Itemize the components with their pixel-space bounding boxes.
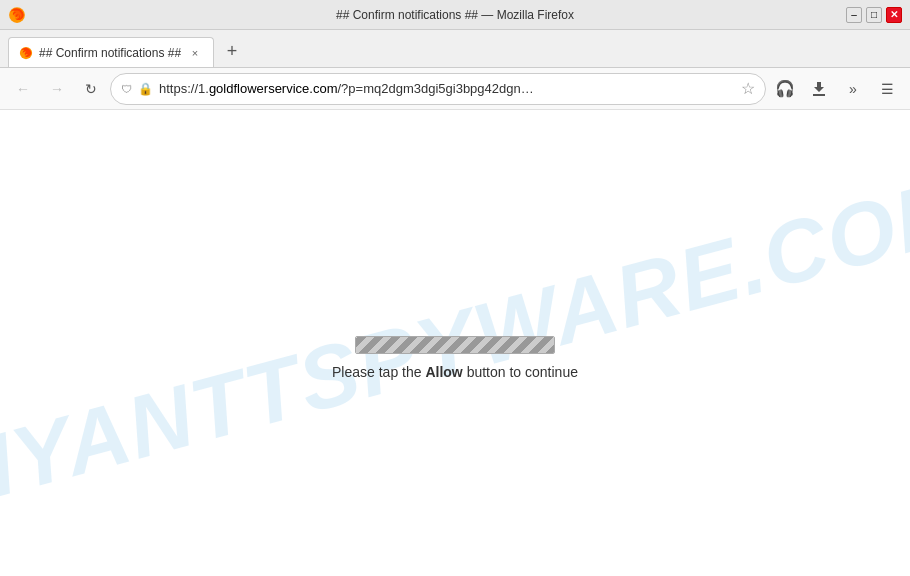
tabbar: ## Confirm notifications ## × + (0, 30, 910, 68)
window-controls: – □ ✕ (846, 7, 902, 23)
active-tab[interactable]: ## Confirm notifications ## × (8, 37, 214, 67)
new-tab-button[interactable]: + (218, 37, 246, 65)
navbar: ← → ↻ 🛡 🔒 https://1.goldflowerservice.co… (0, 68, 910, 110)
menu-button[interactable]: ☰ (872, 74, 902, 104)
maximize-button[interactable]: □ (866, 7, 882, 23)
back-button[interactable]: ← (8, 74, 38, 104)
url-bar[interactable]: 🛡 🔒 https://1.goldflowerservice.com/?p=m… (110, 73, 766, 105)
center-loading-content: Please tap the Allow button to continue (332, 336, 578, 380)
overflow-button[interactable]: » (838, 74, 868, 104)
tab-close-button[interactable]: × (187, 45, 203, 61)
bookmark-star-icon[interactable]: ☆ (741, 79, 755, 98)
reload-icon: ↻ (85, 81, 97, 97)
download-icon (811, 81, 827, 97)
overflow-icon: » (849, 81, 857, 97)
tracking-protection-icon: 🛡 (121, 83, 132, 95)
navbar-right-controls: 🎧 » ☰ (770, 74, 902, 104)
loading-message: Please tap the Allow button to continue (332, 364, 578, 380)
lock-icon: 🔒 (138, 82, 153, 96)
tab-favicon-icon (19, 46, 33, 60)
download-button[interactable] (804, 74, 834, 104)
pocket-button[interactable]: 🎧 (770, 74, 800, 104)
tab-label: ## Confirm notifications ## (39, 46, 181, 60)
close-button[interactable]: ✕ (886, 7, 902, 23)
minimize-button[interactable]: – (846, 7, 862, 23)
forward-icon: → (50, 81, 64, 97)
url-text: https://1.goldflowerservice.com/?p=mq2dg… (159, 81, 735, 96)
page-content: MYANTTSPYWARE.COM Please tap the Allow b… (0, 110, 910, 576)
progress-bar-fill (356, 337, 554, 353)
firefox-logo-icon (8, 6, 26, 24)
progress-bar (355, 336, 555, 354)
reload-button[interactable]: ↻ (76, 74, 106, 104)
forward-button[interactable]: → (42, 74, 72, 104)
svg-rect-2 (813, 94, 825, 96)
titlebar: ## Confirm notifications ## — Mozilla Fi… (0, 0, 910, 30)
pocket-icon: 🎧 (775, 79, 795, 98)
menu-icon: ☰ (881, 81, 894, 97)
back-icon: ← (16, 81, 30, 97)
window-title: ## Confirm notifications ## — Mozilla Fi… (336, 8, 574, 22)
